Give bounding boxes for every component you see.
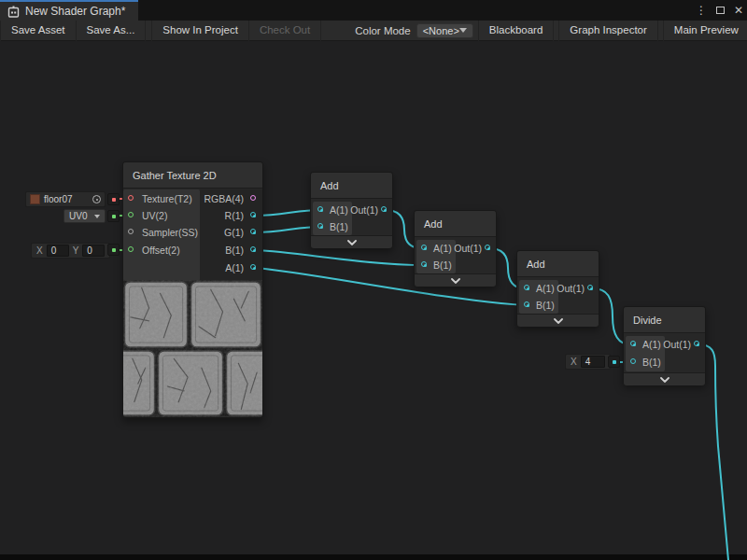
uv-port-stub[interactable] xyxy=(107,210,120,222)
port-uv-in[interactable] xyxy=(128,212,134,217)
port-label: Out(1) xyxy=(350,204,378,216)
port-label: RGBA(4) xyxy=(204,193,244,204)
node-add-1[interactable]: Add A(1) B(1) Out(1) xyxy=(310,172,393,248)
node-title: Gather Texture 2D xyxy=(123,162,262,189)
offset-vector-field: X 0 Y 0 xyxy=(31,243,110,259)
offset-y-input[interactable]: 0 xyxy=(82,245,105,257)
graph-canvas[interactable] xyxy=(0,41,747,554)
port-label: Sampler(SS) xyxy=(142,227,198,238)
toolbar: Save Asset Save As... Show In Project Ch… xyxy=(0,21,747,41)
collapse-toggle[interactable] xyxy=(624,372,705,385)
port-sampler-in[interactable] xyxy=(128,229,134,234)
toolbar-right-group: Blackboard Graph Inspector Main Preview xyxy=(473,21,747,41)
port-label: B(1) xyxy=(433,259,452,271)
port-label: B(1) xyxy=(225,245,244,256)
port-g-out[interactable] xyxy=(250,229,256,234)
port-label: A(1) xyxy=(642,339,661,350)
node-gather-texture-2d[interactable]: Gather Texture 2D Texture(T2) UV(2) Samp… xyxy=(122,161,263,418)
document-tab[interactable]: New Shader Graph* xyxy=(0,0,138,21)
port-a-in[interactable] xyxy=(421,245,427,250)
close-icon[interactable]: ✕ xyxy=(734,0,743,21)
port-b-in[interactable] xyxy=(630,358,636,364)
collapse-toggle[interactable] xyxy=(517,314,599,327)
chevron-down-icon xyxy=(94,215,100,218)
color-mode-dropdown[interactable]: <None> xyxy=(416,23,473,38)
port-a-in[interactable] xyxy=(630,341,636,346)
offset-port-stub[interactable] xyxy=(107,244,120,256)
node-title: Add xyxy=(311,173,392,199)
shader-graph-icon xyxy=(7,6,20,18)
divide-b-input[interactable]: 4 xyxy=(581,356,605,368)
texture-name: floor07 xyxy=(44,194,73,204)
port-a-in[interactable] xyxy=(317,206,323,212)
offset-default-widget: X 0 Y 0 xyxy=(31,243,110,259)
uv-channel-dropdown[interactable]: UV0 xyxy=(63,209,106,223)
port-label: UV(2) xyxy=(142,210,167,221)
chevron-down-icon xyxy=(459,28,467,33)
port-rgba-out[interactable] xyxy=(250,195,256,201)
port-offset-in[interactable] xyxy=(128,246,134,252)
port-label: G(1) xyxy=(224,227,244,238)
graph-inspector-button[interactable]: Graph Inspector xyxy=(558,21,657,41)
port-b-in[interactable] xyxy=(317,223,323,229)
port-label: Offset(2) xyxy=(142,245,180,256)
port-texture-in[interactable] xyxy=(128,195,134,201)
chevron-down-icon xyxy=(451,278,460,284)
node-title: Divide xyxy=(624,307,705,333)
uv-channel-value: UV0 xyxy=(69,211,87,221)
collapse-toggle[interactable] xyxy=(415,273,496,287)
save-as-button[interactable]: Save As... xyxy=(77,21,147,41)
texture-port-stub[interactable] xyxy=(107,193,120,205)
port-out[interactable] xyxy=(587,285,593,290)
more-options-icon[interactable]: ⋮ xyxy=(696,0,707,21)
node-title: Add xyxy=(517,251,599,277)
y-label: Y xyxy=(73,245,79,256)
offset-x-input[interactable]: 0 xyxy=(47,245,69,257)
divide-b-field: X 4 xyxy=(565,354,611,370)
port-label: A(1) xyxy=(225,262,244,273)
port-label: A(1) xyxy=(330,204,348,216)
chevron-down-icon xyxy=(554,318,563,324)
texture-preview xyxy=(123,280,262,417)
port-label: R(1) xyxy=(225,210,244,221)
check-out-button[interactable]: Check Out xyxy=(249,21,321,41)
port-out[interactable] xyxy=(381,206,387,212)
port-label: Out(1) xyxy=(663,339,691,350)
port-b-in[interactable] xyxy=(421,261,427,267)
port-label: Texture(T2) xyxy=(142,193,192,204)
node-add-3[interactable]: Add A(1) B(1) Out(1) xyxy=(516,250,599,327)
shader-graph-window: New Shader Graph* ⋮ ✕ Save Asset Save As… xyxy=(0,0,747,560)
texture-swatch xyxy=(30,194,40,204)
collapse-toggle[interactable] xyxy=(311,235,392,248)
save-asset-button[interactable]: Save Asset xyxy=(0,21,77,41)
port-label: Out(1) xyxy=(557,283,585,294)
port-out[interactable] xyxy=(694,341,699,346)
port-a-out[interactable] xyxy=(250,264,256,270)
chevron-down-icon xyxy=(347,240,357,245)
maximize-icon[interactable] xyxy=(716,7,725,14)
window-controls: ⋮ ✕ xyxy=(696,0,743,21)
x-label: X xyxy=(36,245,43,256)
port-label: A(1) xyxy=(433,243,452,254)
blackboard-button[interactable]: Blackboard xyxy=(478,21,555,41)
chevron-down-icon xyxy=(660,377,669,383)
divide-b-port-stub[interactable] xyxy=(608,356,620,368)
texture-object-field[interactable]: floor07 xyxy=(25,191,106,207)
main-preview-button[interactable]: Main Preview xyxy=(663,21,747,41)
port-label: B(1) xyxy=(330,221,348,232)
port-label: B(1) xyxy=(536,300,555,311)
window-tab-bar: New Shader Graph* ⋮ ✕ xyxy=(0,0,747,21)
tab-title: New Shader Graph* xyxy=(25,5,125,18)
show-in-project-button[interactable]: Show In Project xyxy=(151,21,249,41)
node-add-2[interactable]: Add A(1) B(1) Out(1) xyxy=(414,210,497,287)
port-b-out[interactable] xyxy=(250,246,256,252)
node-divide[interactable]: Divide A(1) B(1) Out(1) xyxy=(623,306,706,385)
port-label: A(1) xyxy=(536,283,555,294)
port-label: Out(1) xyxy=(454,243,482,254)
port-a-in[interactable] xyxy=(524,285,529,290)
port-b-in[interactable] xyxy=(524,301,529,307)
port-r-out[interactable] xyxy=(250,212,256,217)
object-picker-icon[interactable] xyxy=(92,195,101,203)
bottom-strip xyxy=(0,554,747,560)
port-out[interactable] xyxy=(485,245,490,250)
